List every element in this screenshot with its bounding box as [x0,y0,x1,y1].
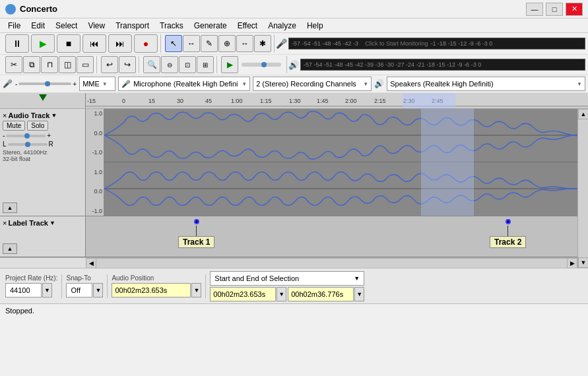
stop-button[interactable]: ■ [57,34,81,53]
label-track-dropdown-arrow[interactable]: ▼ [49,220,55,226]
input-db-scale2: -1 -18 -15 -12 -9 -6 -3 0 [431,40,493,47]
sel-end-value[interactable]: 00h02m36.776s [288,287,354,301]
copy-button[interactable]: ⧉ [23,56,40,73]
solo-button[interactable]: Solo [27,121,48,131]
input-meter[interactable]: -57 -54 -51 -48 -45 -42 -3 Click to Star… [288,38,585,49]
playback-section2: ▶ [218,56,287,73]
menu-effect[interactable]: Effect [232,20,263,32]
maximize-button[interactable]: □ [546,3,563,16]
app-title: Concerto [20,4,526,14]
zoom-out-button[interactable]: ⊖ [161,56,178,73]
input-vol-track[interactable] [18,82,71,85]
play-green-button[interactable]: ▶ [221,56,238,73]
svg-text:0: 0 [122,98,125,104]
project-rate-value[interactable]: 44100 [5,283,42,298]
audio-track-header: × Audio Track ▼ [3,111,82,119]
playback-thumb[interactable] [261,62,267,67]
audio-track-name: Audio Track [8,111,49,119]
record-button[interactable]: ● [134,34,158,53]
label-line-1 [196,226,197,236]
sel-start-arrow[interactable]: ▼ [277,287,286,301]
edit-section: ✂ ⧉ ⊓ ◫ ▭ [3,56,97,73]
input-vol-thumb[interactable] [45,81,50,86]
audio-track-content[interactable]: 1.0 0.0 -1.0 1.0 0.0 -1.0 [86,109,577,216]
sel-end-arrow[interactable]: ▼ [354,287,364,301]
menu-help[interactable]: Help [302,20,329,32]
snap-to-arrow[interactable]: ▼ [93,283,103,298]
minimize-button[interactable]: — [526,3,543,16]
mute-solo-row: Mute Solo [3,121,82,131]
redo-button[interactable]: ↪ [119,56,136,73]
cut-button[interactable]: ✂ [5,56,22,73]
pan-slider[interactable] [8,143,48,146]
y-top-ch1: 1.0 [87,110,102,117]
project-rate-arrow[interactable]: ▼ [42,283,52,298]
h-scroll-right[interactable]: ▶ [567,258,577,268]
trim-button[interactable]: ◫ [59,56,76,73]
mic-dropdown[interactable]: 🎤 Microphone (Realtek High Defini ▼ [118,77,250,91]
track-arrow-button[interactable]: ▲ [3,203,17,213]
mute-button[interactable]: Mute [3,121,25,131]
menu-generate[interactable]: Generate [189,20,232,32]
silence-button[interactable]: ▭ [77,56,94,73]
zoom-fit-button[interactable]: ⊞ [197,56,214,73]
play-button[interactable]: ▶ [31,34,55,53]
menu-edit[interactable]: Edit [26,20,50,32]
waveform-svg-area[interactable] [104,109,577,216]
zoom-section: 🔍 ⊖ ⊡ ⊞ [141,56,217,73]
multi-tool[interactable]: ✱ [254,35,271,52]
channels-dropdown[interactable]: 2 (Stereo) Recording Channels ▼ [253,77,372,91]
h-scroll-left[interactable]: ◀ [86,258,96,268]
label-dot-1 [194,219,199,224]
pan-thumb[interactable] [25,142,30,147]
label-track-row: × Label Track ▼ ▲ Track 1 Track 2 [0,216,577,257]
menu-view[interactable]: View [82,20,110,32]
close-button[interactable]: ✕ [566,3,583,16]
gain-slider[interactable] [6,135,46,137]
menu-analyze[interactable]: Analyze [263,20,302,32]
envelope-tool[interactable]: ↔ [183,35,200,52]
selection-tool[interactable]: ↖ [165,35,182,52]
label-track-content[interactable]: Track 1 Track 2 [86,216,577,257]
click-to-monitor[interactable]: Click to Start Monitoring [365,40,428,47]
zoom-in-button[interactable]: 🔍 [143,56,160,73]
output-meter[interactable]: -57 -54 -51 -48 -45 -42 -39 -36 -30 -27 … [300,59,585,71]
skip-end-button[interactable]: ⏭ [108,34,132,53]
snap-to-value[interactable]: Off [66,283,92,298]
v-scroll-up[interactable]: ▲ [578,109,588,119]
v-scroll-down[interactable]: ▼ [578,257,588,268]
titlebar: Concerto — □ ✕ [0,0,588,18]
paste-button[interactable]: ⊓ [41,56,58,73]
output-db-scale: -57 -54 -51 -48 -45 -42 -39 -36 -30 -27 … [304,61,481,68]
zoom-tool[interactable]: ⊕ [218,35,236,52]
gain-thumb[interactable] [24,133,30,139]
menu-file[interactable]: File [3,20,26,32]
undo-button[interactable]: ↩ [101,56,118,73]
menu-tracks[interactable]: Tracks [154,20,189,32]
label-track-arrow[interactable]: ▲ [3,243,17,254]
menu-select[interactable]: Select [50,20,82,32]
v-scroll-thumb[interactable] [578,119,588,257]
audio-position-value[interactable]: 00h02m23.653s [112,283,191,298]
menu-transport[interactable]: Transport [110,20,154,32]
pencil-tool[interactable]: ✎ [201,35,218,52]
zoom-sel-button[interactable]: ⊡ [179,56,196,73]
audio-position-arrow[interactable]: ▼ [191,283,201,298]
h-scroll-thumb[interactable] [96,258,567,268]
waveform-svg [104,109,577,216]
sel-start-value[interactable]: 00h02m23.653s [210,287,276,301]
selection-dropdown[interactable]: Start and End of Selection ▼ [210,271,364,286]
label-track-close[interactable]: × [3,219,7,227]
speaker-dropdown[interactable]: Speakers (Realtek High Definiti) ▼ [387,77,585,91]
audio-track-dropdown-arrow[interactable]: ▼ [51,112,57,119]
audio-track-close[interactable]: × [3,111,7,119]
pause-button[interactable]: ⏸ [5,34,29,53]
timeline-ruler[interactable]: -15 0 15 30 45 1:00 1:15 1:30 1:45 2:00 … [86,93,588,108]
mic-arrow: ▼ [242,81,247,87]
timeshift-tool[interactable]: ↔ [236,35,253,52]
skip-start-button[interactable]: ⏮ [82,34,106,53]
audio-host-dropdown[interactable]: MME ▼ [79,77,115,91]
snap-to-group: Snap-To Off ▼ [66,274,103,298]
status-text: Stopped. [5,307,34,315]
playback-slider[interactable] [242,63,281,67]
